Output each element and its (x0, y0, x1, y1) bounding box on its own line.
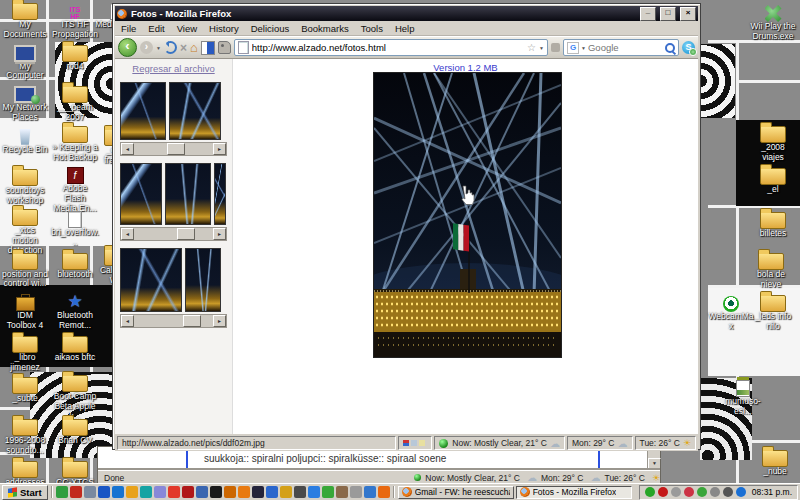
delicious-tag-icon[interactable] (218, 41, 231, 54)
thumbnail-photo[interactable] (169, 82, 221, 140)
quicklaunch-icon[interactable] (196, 486, 208, 498)
tray-icon[interactable] (710, 487, 720, 497)
quicklaunch-icon[interactable] (378, 486, 390, 498)
weather-tuesday[interactable]: Tue: 26° C (635, 436, 697, 450)
quicklaunch-icon[interactable] (364, 486, 376, 498)
back-button[interactable] (118, 38, 137, 57)
addon-toolbar-icon[interactable] (201, 41, 215, 55)
quicklaunch-icon[interactable] (126, 486, 138, 498)
thumbnail-photo[interactable] (165, 163, 211, 225)
weather-now[interactable]: Now: Mostly Clear, 21° C (425, 473, 520, 483)
thumbnail-photo[interactable] (185, 248, 221, 312)
tray-icon[interactable] (658, 487, 668, 497)
url-input[interactable] (252, 42, 524, 53)
menu-item[interactable]: History (203, 23, 245, 34)
quicklaunch-icon[interactable] (154, 486, 166, 498)
thumbnail-scrollbar[interactable] (120, 227, 227, 241)
maximize-button[interactable] (660, 7, 676, 21)
quicklaunch-icon[interactable] (294, 486, 306, 498)
quicklaunch-icon[interactable] (84, 486, 96, 498)
weather-monday[interactable]: Mon: 29° C (567, 436, 633, 450)
tray-icon[interactable] (684, 487, 694, 497)
stop-button[interactable] (180, 42, 187, 54)
scroll-left-button[interactable] (121, 228, 134, 240)
menu-item[interactable]: Tools (355, 23, 389, 34)
quicklaunch-icon[interactable] (98, 486, 110, 498)
quicklaunch-icon[interactable] (70, 486, 82, 498)
weather-now[interactable]: Now: Mostly Clear, 21° C (452, 438, 547, 448)
quicklaunch-icon[interactable] (140, 486, 152, 498)
desktop-icon[interactable]: billetes (750, 210, 796, 239)
tray-icon[interactable] (671, 487, 681, 497)
menu-item[interactable]: Bookmarks (295, 23, 355, 34)
location-bar[interactable] (234, 39, 548, 56)
quicklaunch-icon[interactable] (210, 486, 222, 498)
scrollbar-thumb[interactable] (177, 228, 195, 240)
thumbnail-photo[interactable] (120, 163, 162, 225)
weather-mon[interactable]: Mon: 29° C (541, 473, 584, 483)
urlbar-dropdown-icon[interactable] (539, 45, 544, 51)
quicklaunch-icon[interactable] (168, 486, 180, 498)
tray-icon[interactable] (736, 487, 746, 497)
scroll-left-button[interactable] (121, 315, 134, 327)
taskbar-task-button[interactable]: Fotos - Mozilla Firefox (516, 486, 632, 499)
taskbar-task-button[interactable]: Gmail - FW: he reescucha... (398, 486, 514, 499)
quicklaunch-icon[interactable] (308, 486, 320, 498)
search-engine-dropdown-icon[interactable] (581, 45, 586, 51)
scroll-down-button[interactable] (648, 458, 661, 470)
desktop-icon[interactable]: _el (750, 166, 796, 195)
extension-button[interactable] (551, 43, 560, 52)
scroll-right-button[interactable] (213, 315, 226, 327)
thumbnail-scrollbar[interactable] (120, 142, 227, 156)
skype-extension-icon[interactable] (682, 41, 695, 54)
search-input[interactable] (588, 42, 663, 53)
search-icon[interactable] (665, 43, 675, 53)
status-addon-icons[interactable] (398, 436, 432, 450)
desktop-icon[interactable]: mumuso-esl... (720, 378, 766, 417)
scroll-left-button[interactable] (121, 143, 134, 155)
search-bar[interactable] (563, 39, 679, 56)
scroll-right-button[interactable] (213, 228, 226, 240)
menu-item[interactable]: Help (389, 23, 421, 34)
tray-icon[interactable] (697, 487, 707, 497)
menu-item[interactable]: Delicious (245, 23, 296, 34)
back-to-archive-link[interactable]: Regresar al archivo (115, 63, 232, 74)
title-bar[interactable]: Fotos - Mozilla Firefox (115, 6, 698, 21)
bookmark-star-icon[interactable] (527, 43, 536, 53)
tray-icon[interactable] (723, 487, 733, 497)
minimize-button[interactable] (640, 7, 656, 21)
tray-icon[interactable] (645, 487, 655, 497)
weather-tue[interactable]: Tue: 26° C (605, 473, 645, 483)
taskbar-clock[interactable]: 08:31 p.m. (752, 487, 792, 497)
history-dropdown-icon[interactable] (156, 45, 161, 51)
quicklaunch-icon[interactable] (280, 486, 292, 498)
start-button[interactable]: Start (2, 485, 48, 500)
desktop-icon[interactable]: WebcamMax (708, 293, 754, 332)
desktop-icon[interactable]: _leds info nilo (750, 293, 796, 332)
thumbnail-photo[interactable] (214, 163, 226, 225)
home-button[interactable] (190, 41, 198, 54)
desktop-icon[interactable]: Wii Play the Drums.exe (750, 3, 796, 42)
reload-button[interactable] (164, 41, 177, 54)
close-button[interactable] (680, 7, 696, 21)
quicklaunch-icon[interactable] (56, 486, 68, 498)
thumbnail-photo[interactable] (120, 82, 166, 140)
scroll-right-button[interactable] (213, 143, 226, 155)
thumbnail-scrollbar[interactable] (120, 314, 227, 328)
quicklaunch-icon[interactable] (224, 486, 236, 498)
menu-item[interactable]: View (171, 23, 203, 34)
quicklaunch-icon[interactable] (266, 486, 278, 498)
scrollbar-thumb[interactable] (167, 143, 185, 155)
desktop-icon[interactable]: _nube (752, 448, 798, 477)
main-photo[interactable] (373, 72, 562, 358)
forward-button[interactable] (140, 41, 153, 54)
background-browser-window[interactable]: suukkoja:: spiralni poljupci:: spiralküs… (97, 446, 661, 485)
scrollbar-thumb[interactable] (183, 315, 201, 327)
quicklaunch-icon[interactable] (112, 486, 124, 498)
desktop-icon[interactable]: bola de nieve (748, 251, 794, 290)
quicklaunch-icon[interactable] (336, 486, 348, 498)
menu-item[interactable]: Edit (142, 23, 170, 34)
desktop-icon[interactable]: _2008 viajes (750, 124, 796, 163)
thumbnail-photo[interactable] (120, 248, 182, 312)
weather-extension[interactable]: Now: Mostly Clear, 21° C (434, 436, 565, 450)
